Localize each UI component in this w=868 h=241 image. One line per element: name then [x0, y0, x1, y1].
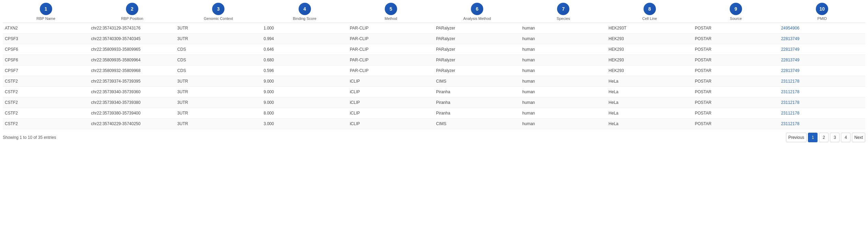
- pmid-cell[interactable]: 22813749: [779, 44, 865, 55]
- rbp-name-cell: CSTF2: [3, 119, 89, 129]
- source-cell: POSTAR: [693, 87, 779, 97]
- page-button-3[interactable]: 3: [830, 133, 840, 142]
- rbp-name-cell: CSTF2: [3, 108, 89, 119]
- cell-line-cell: HEK293: [606, 55, 693, 65]
- pmid-link[interactable]: 22813749: [781, 36, 799, 41]
- pmid-cell[interactable]: 22813749: [779, 55, 865, 65]
- genomic-context-cell: 3UTR: [175, 97, 262, 108]
- species-cell: human: [520, 65, 606, 76]
- pmid-cell[interactable]: 23112178: [779, 76, 865, 87]
- column-header-method: 5 Method: [348, 0, 434, 23]
- source-cell: POSTAR: [693, 55, 779, 65]
- table-row: ATXN2 chr22:35743129-35743176 3UTR 1.000…: [3, 23, 865, 34]
- rbp-name-cell: CSTF2: [3, 76, 89, 87]
- next-button[interactable]: Next: [852, 133, 865, 142]
- pmid-link[interactable]: 22813749: [781, 58, 799, 62]
- pmid-cell[interactable]: 24954906: [779, 23, 865, 34]
- method-cell: PAR-CLIP: [348, 44, 434, 55]
- rbp-name-cell: CPSF3: [3, 34, 89, 44]
- pmid-link[interactable]: 23112178: [781, 89, 799, 94]
- source-cell: POSTAR: [693, 108, 779, 119]
- pmid-cell[interactable]: 23112178: [779, 108, 865, 119]
- column-number-badge: 9: [730, 3, 742, 15]
- column-number-badge: 1: [40, 3, 52, 15]
- rbp-position-cell: chr22:35809935-35809964: [89, 55, 175, 65]
- binding-score-cell: 3.000: [262, 119, 348, 129]
- method-cell: iCLIP: [348, 76, 434, 87]
- column-label: Method: [384, 16, 397, 21]
- source-cell: POSTAR: [693, 65, 779, 76]
- cell-line-cell: HeLa: [606, 119, 693, 129]
- page-button-2[interactable]: 2: [819, 133, 829, 142]
- analysis-method-cell: CIMS: [434, 119, 520, 129]
- pmid-cell[interactable]: 23112178: [779, 119, 865, 129]
- column-header-species: 7 Species: [520, 0, 606, 23]
- pmid-link[interactable]: 23112178: [781, 100, 799, 105]
- binding-score-cell: 8.000: [262, 108, 348, 119]
- genomic-context-cell: 3UTR: [175, 76, 262, 87]
- table-row: CPSF6 chr22:35809933-35809965 CDS 0.646 …: [3, 44, 865, 55]
- genomic-context-cell: 3UTR: [175, 108, 262, 119]
- genomic-context-cell: 3UTR: [175, 34, 262, 44]
- analysis-method-cell: CIMS: [434, 76, 520, 87]
- genomic-context-cell: CDS: [175, 55, 262, 65]
- pmid-link[interactable]: 22813749: [781, 68, 799, 73]
- pmid-cell[interactable]: 22813749: [779, 65, 865, 76]
- cell-line-cell: HeLa: [606, 87, 693, 97]
- rbp-position-cell: chr22:35739340-35739380: [89, 97, 175, 108]
- binding-score-cell: 1.000: [262, 23, 348, 34]
- column-number-badge: 8: [644, 3, 656, 15]
- column-header-pmid: 10 PMID: [779, 0, 865, 23]
- pmid-cell[interactable]: 23112178: [779, 87, 865, 97]
- column-header-source: 9 Source: [693, 0, 779, 23]
- column-header-rbp-name: 1 RBP Name: [3, 0, 89, 23]
- pmid-cell[interactable]: 23112178: [779, 97, 865, 108]
- rbp-position-cell: chr22:35743129-35743176: [89, 23, 175, 34]
- column-label: RBP Name: [36, 16, 55, 21]
- pmid-link[interactable]: 23112178: [781, 79, 799, 84]
- analysis-method-cell: Piranha: [434, 108, 520, 119]
- table-row: CPSF7 chr22:35809932-35809968 CDS 0.596 …: [3, 65, 865, 76]
- column-label: Species: [557, 16, 570, 21]
- showing-entries-text: Showing 1 to 10 of 35 entries: [3, 135, 56, 140]
- species-cell: human: [520, 44, 606, 55]
- page-button-4[interactable]: 4: [841, 133, 850, 142]
- pmid-link[interactable]: 22813749: [781, 47, 799, 52]
- column-number-badge: 7: [557, 3, 569, 15]
- genomic-context-cell: CDS: [175, 44, 262, 55]
- table-header-row: 1 RBP Name 2 RBP Position 3 Genomic Cont…: [3, 0, 865, 23]
- method-cell: iCLIP: [348, 87, 434, 97]
- pmid-cell[interactable]: 22813749: [779, 34, 865, 44]
- previous-button[interactable]: Previous: [786, 133, 807, 142]
- species-cell: human: [520, 97, 606, 108]
- column-number-badge: 2: [126, 3, 138, 15]
- binding-score-cell: 0.680: [262, 55, 348, 65]
- pmid-link[interactable]: 23112178: [781, 121, 799, 126]
- genomic-context-cell: 3UTR: [175, 119, 262, 129]
- page-button-1[interactable]: 1: [808, 133, 818, 142]
- column-header-genomic-context: 3 Genomic Context: [175, 0, 262, 23]
- rbp-position-cell: chr22:35740229-35740250: [89, 119, 175, 129]
- source-cell: POSTAR: [693, 119, 779, 129]
- column-label: Source: [730, 16, 742, 21]
- main-table-container: 1 RBP Name 2 RBP Position 3 Genomic Cont…: [0, 0, 868, 129]
- table-row: CSTF2 chr22:35739380-35739400 3UTR 8.000…: [3, 108, 865, 119]
- method-cell: PAR-CLIP: [348, 23, 434, 34]
- rbp-position-cell: chr22:35809932-35809968: [89, 65, 175, 76]
- species-cell: human: [520, 87, 606, 97]
- method-cell: PAR-CLIP: [348, 55, 434, 65]
- binding-score-cell: 0.646: [262, 44, 348, 55]
- analysis-method-cell: PARalyzer: [434, 23, 520, 34]
- pmid-link[interactable]: 24954906: [781, 26, 799, 31]
- rbp-position-cell: chr22:35739380-35739400: [89, 108, 175, 119]
- method-cell: iCLIP: [348, 108, 434, 119]
- rbp-name-cell: CPSF7: [3, 65, 89, 76]
- method-cell: iCLIP: [348, 97, 434, 108]
- column-label: PMID: [818, 16, 827, 21]
- cell-line-cell: HeLa: [606, 97, 693, 108]
- species-cell: human: [520, 55, 606, 65]
- source-cell: POSTAR: [693, 44, 779, 55]
- binding-score-cell: 0.596: [262, 65, 348, 76]
- pmid-link[interactable]: 23112178: [781, 111, 799, 116]
- cell-line-cell: HeLa: [606, 76, 693, 87]
